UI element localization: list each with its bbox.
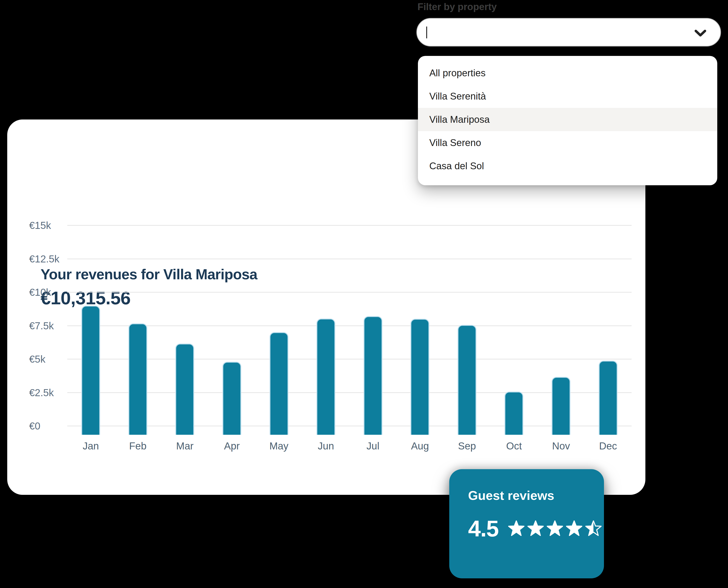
bar-slot [302, 225, 349, 435]
filter-label: Filter by property [417, 1, 497, 12]
y-axis-tick-label: €10k [29, 286, 51, 298]
revenue-bar[interactable] [81, 306, 100, 435]
rating-value: 4.5 [468, 516, 498, 542]
star-filled-icon [566, 521, 582, 537]
x-axis-labels: JanFebMarAprMayJunJulAugSepOctNovDec [67, 440, 631, 452]
bar-slot [349, 225, 397, 435]
revenue-bar[interactable] [128, 323, 147, 435]
text-cursor [426, 26, 427, 38]
dropdown-option[interactable]: Casa del Sol [418, 154, 717, 177]
revenue-bar[interactable] [317, 318, 335, 435]
x-axis-tick-label: Jul [349, 440, 397, 452]
x-axis-tick-label: Nov [538, 440, 585, 452]
bar-slot [161, 225, 208, 435]
star-filled-icon [547, 521, 563, 537]
bar-slot [538, 225, 585, 435]
revenue-bar[interactable] [410, 319, 429, 435]
bar-slot [208, 225, 256, 435]
dropdown-option[interactable]: Villa Sereno [418, 131, 717, 154]
property-select-input[interactable] [416, 18, 721, 46]
bar-slot [67, 225, 114, 435]
bars-row [67, 225, 631, 435]
x-axis-tick-label: Jun [302, 440, 349, 452]
revenue-bar[interactable] [222, 362, 241, 435]
y-axis-tick-label: €7.5k [29, 320, 54, 332]
revenue-bar[interactable] [364, 316, 382, 435]
bar-slot [397, 225, 444, 435]
bar-slot [114, 225, 162, 435]
y-axis-tick-label: €5k [29, 353, 45, 365]
bar-slot [255, 225, 302, 435]
revenue-bar[interactable] [270, 332, 288, 435]
y-axis-tick-label: €2.5k [29, 387, 54, 399]
x-axis-tick-label: Apr [208, 440, 256, 452]
star-rating [508, 521, 602, 537]
revenue-bar[interactable] [505, 392, 523, 435]
revenue-bar[interactable] [457, 325, 476, 435]
x-axis-tick-label: Mar [161, 440, 208, 452]
dropdown-option[interactable]: All properties [418, 61, 717, 85]
x-axis-tick-label: May [255, 440, 302, 452]
y-axis-tick-label: €0 [29, 420, 40, 432]
revenue-bar[interactable] [175, 343, 194, 435]
bar-slot [584, 225, 631, 435]
guest-reviews-card: Guest reviews 4.5 [449, 469, 604, 579]
dropdown-option[interactable]: Villa Mariposa [418, 108, 717, 131]
revenue-bar[interactable] [599, 361, 618, 435]
guest-rating-row: 4.5 [468, 512, 591, 545]
revenue-bar[interactable] [552, 377, 571, 435]
y-axis-tick-label: €12.5k [29, 253, 59, 265]
chevron-down-icon [694, 29, 707, 37]
star-filled-icon [528, 521, 544, 537]
x-axis-tick-label: Dec [584, 440, 631, 452]
page: Your revenues for Villa Mariposa €10,315… [0, 0, 728, 588]
x-axis-tick-label: Jan [67, 440, 114, 452]
property-menu: All propertiesVilla SerenitàVilla Maripo… [418, 56, 717, 185]
y-axis-tick-label: €15k [29, 219, 51, 231]
guest-reviews-title: Guest reviews [468, 488, 554, 503]
x-axis-tick-label: Aug [397, 440, 444, 452]
star-half-icon [585, 521, 602, 537]
x-axis-tick-label: Feb [114, 440, 162, 452]
x-axis-tick-label: Sep [444, 440, 491, 452]
bar-slot [444, 225, 491, 435]
x-axis-tick-label: Oct [490, 440, 538, 452]
star-filled-icon [508, 521, 524, 537]
bar-slot [490, 225, 538, 435]
dropdown-option[interactable]: Villa Serenità [418, 85, 717, 108]
